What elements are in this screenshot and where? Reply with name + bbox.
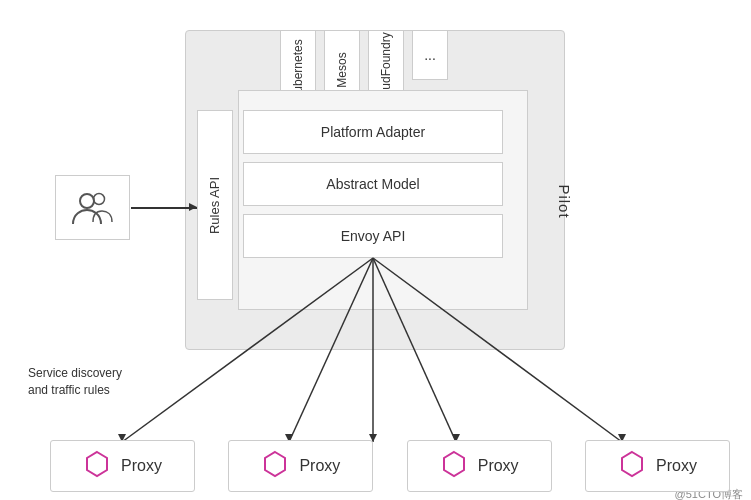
svg-marker-13: [265, 452, 285, 476]
envoy-api-label: Envoy API: [341, 228, 406, 244]
proxy-label-4: Proxy: [656, 457, 697, 475]
user-to-rules-arrow: [131, 207, 197, 209]
platform-adapter-box: Platform Adapter: [243, 110, 503, 154]
proxy-box-1: Proxy: [50, 440, 195, 492]
dots-label: ...: [424, 47, 436, 63]
proxy-box-2: Proxy: [228, 440, 373, 492]
proxy-hex-icon-4: [618, 450, 646, 482]
platform-adapter-label: Platform Adapter: [321, 124, 425, 140]
proxy-hex-icon-3: [440, 450, 468, 482]
svg-marker-12: [87, 452, 107, 476]
proxy-hex-icon-2: [261, 450, 289, 482]
proxy-label-2: Proxy: [299, 457, 340, 475]
envoy-api-box: Envoy API: [243, 214, 503, 258]
abstract-model-box: Abstract Model: [243, 162, 503, 206]
proxy-hex-icon-1: [83, 450, 111, 482]
pilot-label-text: Pilot: [556, 184, 573, 218]
proxy-box-3: Proxy: [407, 440, 552, 492]
proxy-label-3: Proxy: [478, 457, 519, 475]
svg-marker-15: [622, 452, 642, 476]
rules-api-label: Rules API: [208, 176, 223, 233]
proxy-row: Proxy Proxy Proxy Proxy: [50, 440, 730, 492]
user-icon: [69, 184, 117, 232]
abstract-model-label: Abstract Model: [326, 176, 419, 192]
diagram-container: @51CTO博客 Pilot Kubernetes Mesos CloudFou…: [0, 10, 751, 500]
svg-point-0: [80, 194, 94, 208]
user-box: [55, 175, 130, 240]
rules-api-box: Rules API: [197, 110, 233, 300]
svg-marker-14: [444, 452, 464, 476]
svg-point-1: [93, 193, 104, 204]
proxy-label-1: Proxy: [121, 457, 162, 475]
service-discovery-text: Service discovery and traffic rules: [28, 365, 122, 399]
dots-box: ...: [412, 30, 448, 80]
pilot-label-container: Pilot: [546, 51, 582, 351]
mesos-label: Mesos: [335, 52, 349, 87]
proxy-box-4: Proxy: [585, 440, 730, 492]
